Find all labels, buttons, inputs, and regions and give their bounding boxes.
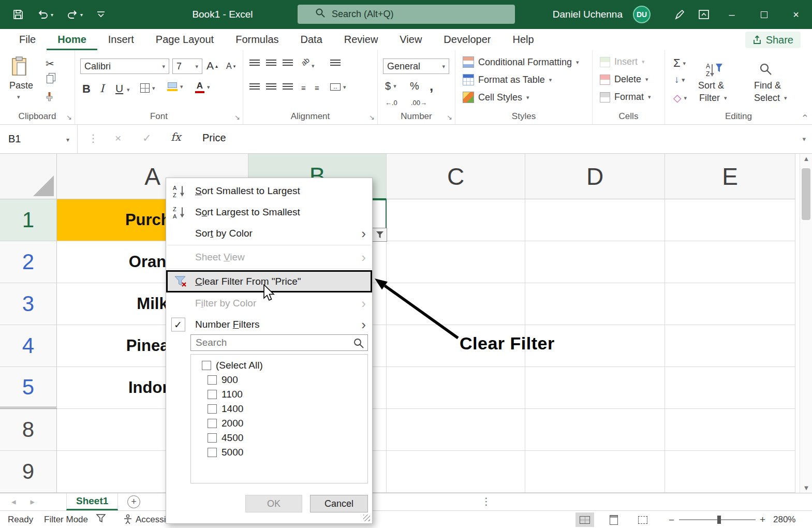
cell-e1[interactable]: [665, 199, 795, 241]
zoom-in-icon[interactable]: +: [760, 514, 765, 525]
column-header-e[interactable]: E: [665, 154, 795, 199]
checkbox-icon[interactable]: [208, 404, 217, 414]
cell-d8[interactable]: [525, 409, 665, 451]
fill-color-icon[interactable]: ▾: [167, 82, 183, 91]
cell-c9[interactable]: [387, 451, 525, 493]
row-header-8[interactable]: 8: [0, 409, 57, 451]
autosum-icon[interactable]: Σ▾: [673, 56, 686, 70]
font-size-select[interactable]: 7▾: [172, 58, 202, 74]
vertical-scrollbar[interactable]: ▲ ▼: [800, 154, 812, 493]
cancel-entry-icon[interactable]: ×: [115, 132, 121, 144]
font-dialog-launcher-icon[interactable]: ↘: [234, 113, 240, 121]
delete-cells-button[interactable]: Delete▾: [600, 74, 648, 85]
tab-help[interactable]: Help: [502, 29, 545, 50]
checkbox-icon[interactable]: [208, 433, 217, 443]
middle-align-icon[interactable]: [266, 60, 276, 67]
row-header-5[interactable]: 5: [0, 367, 57, 409]
share-button[interactable]: Share: [745, 32, 801, 48]
increase-decimal-icon[interactable]: ←.0: [385, 99, 397, 107]
formula-bar-value[interactable]: Price: [202, 132, 226, 144]
cell-d3[interactable]: [525, 283, 665, 325]
copy-icon[interactable]: [47, 75, 53, 83]
checkbox-icon[interactable]: [208, 375, 217, 385]
underline-dropdown-icon[interactable]: ▾: [127, 86, 130, 93]
vertical-scroll-thumb[interactable]: [802, 168, 810, 220]
number-dialog-launcher-icon[interactable]: ↘: [447, 113, 452, 121]
select-all-corner[interactable]: [0, 154, 57, 199]
row-header-9[interactable]: 9: [0, 451, 57, 493]
page-break-view-icon[interactable]: [633, 512, 652, 527]
scroll-down-icon[interactable]: ▼: [800, 484, 812, 492]
menu-item-sort-smallest-to-largest[interactable]: AZ Sort Smallest to Largest: [166, 180, 372, 201]
quick-access-toolbar-chevron-icon[interactable]: [96, 11, 106, 18]
cell-d9[interactable]: [525, 451, 665, 493]
resize-handle-icon[interactable]: [363, 515, 370, 521]
tab-home[interactable]: Home: [47, 29, 97, 50]
tab-developer[interactable]: Developer: [433, 29, 501, 50]
paste-icon[interactable]: [11, 56, 27, 76]
autofilter-dropdown-button[interactable]: [372, 228, 387, 242]
tab-page-layout[interactable]: Page Layout: [145, 29, 225, 50]
row-header-1[interactable]: 1: [0, 199, 57, 241]
ink-pen-icon[interactable]: [668, 0, 692, 29]
font-color-icon[interactable]: A▾: [195, 81, 210, 93]
insert-function-icon[interactable]: fx: [171, 131, 181, 143]
save-icon[interactable]: [12, 9, 24, 20]
checkbox-icon[interactable]: [208, 448, 217, 457]
redo-icon[interactable]: ▾: [67, 9, 83, 20]
row-header-3[interactable]: 3: [0, 283, 57, 325]
top-align-icon[interactable]: [249, 60, 260, 67]
sheet-tab-sheet1[interactable]: Sheet1: [66, 493, 118, 510]
sort-filter-icon[interactable]: AZ: [705, 62, 723, 78]
orientation-dropdown-icon[interactable]: ▾: [312, 63, 315, 69]
format-as-table-button[interactable]: Format as Table▾: [463, 74, 552, 85]
maximize-button[interactable]: [748, 0, 780, 29]
comma-style-icon[interactable]: ,: [430, 78, 433, 94]
filter-value-1400[interactable]: 1400: [191, 402, 367, 416]
paste-dropdown-icon[interactable]: ▾: [17, 94, 20, 100]
user-name[interactable]: Daniel Uchenna: [553, 9, 623, 20]
cell-e2[interactable]: [665, 241, 795, 283]
cell-e8[interactable]: [665, 409, 795, 451]
row-header-4[interactable]: 4: [0, 325, 57, 367]
cell-e5[interactable]: [665, 367, 795, 409]
cell-c1[interactable]: [387, 199, 525, 241]
cut-icon[interactable]: ✂: [46, 57, 54, 70]
checkbox-icon[interactable]: [208, 419, 217, 428]
tab-view[interactable]: View: [389, 29, 433, 50]
decrease-decimal-icon[interactable]: .00→: [411, 99, 427, 107]
filter-search-input[interactable]: [191, 335, 367, 350]
wrap-text-icon[interactable]: [330, 60, 341, 67]
column-header-c[interactable]: C: [387, 154, 525, 199]
borders-icon[interactable]: ▾: [140, 83, 155, 93]
format-cells-button[interactable]: Format▾: [600, 92, 651, 102]
filter-search-box[interactable]: [190, 334, 368, 351]
find-select-icon[interactable]: [759, 63, 773, 76]
zoom-level[interactable]: 280%: [773, 515, 795, 525]
filter-value-2000[interactable]: 2000: [191, 416, 367, 431]
find-select-button-line2[interactable]: Select▾: [754, 93, 787, 104]
italic-icon[interactable]: I: [100, 82, 104, 95]
accessibility-icon[interactable]: [123, 514, 132, 527]
sheet-nav-prev-icon[interactable]: ◂: [11, 496, 16, 507]
clipboard-dialog-launcher-icon[interactable]: ↘: [66, 113, 72, 121]
fill-icon[interactable]: ↓▾: [674, 74, 685, 85]
bold-icon[interactable]: B: [82, 82, 91, 96]
align-left-icon[interactable]: [249, 83, 260, 91]
format-painter-icon[interactable]: [46, 92, 53, 101]
filter-value-5000[interactable]: 5000: [191, 445, 367, 460]
tab-data[interactable]: Data: [290, 29, 333, 50]
formula-bar-expand-icon[interactable]: ▾: [802, 135, 806, 143]
increase-font-size-icon[interactable]: A▴: [206, 60, 218, 72]
scroll-up-icon[interactable]: ▲: [800, 155, 812, 163]
cell-d1[interactable]: [525, 199, 665, 241]
tab-insert[interactable]: Insert: [97, 29, 145, 50]
zoom-slider[interactable]: [679, 519, 756, 520]
tab-bar-splitter-icon[interactable]: ⋮: [481, 495, 491, 507]
column-header-d[interactable]: D: [525, 154, 665, 199]
find-select-button[interactable]: Find &: [754, 80, 781, 91]
tab-formulas[interactable]: Formulas: [225, 29, 289, 50]
conditional-formatting-button[interactable]: Conditional Formatting▾: [463, 56, 579, 68]
zoom-slider-thumb[interactable]: [717, 516, 721, 524]
accounting-format-icon[interactable]: $▾: [385, 80, 396, 92]
